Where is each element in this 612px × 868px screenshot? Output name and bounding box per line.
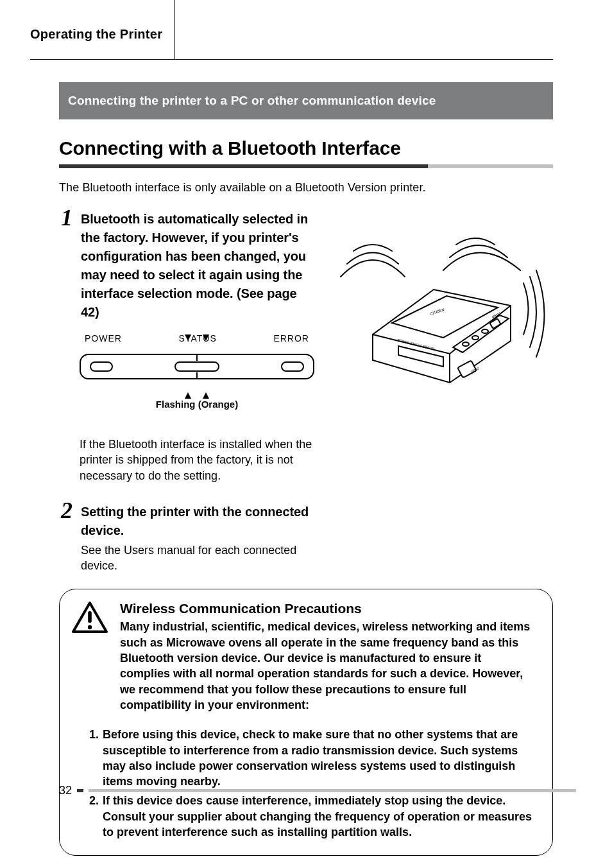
svg-point-2 <box>482 329 488 333</box>
page-title: Connecting with a Bluetooth Interface <box>59 137 553 159</box>
title-underline <box>59 164 553 168</box>
section-header: Operating the Printer <box>30 27 162 42</box>
callout-item-1-text: Before using this device, check to make … <box>103 727 534 789</box>
callout-title: Wireless Communication Precautions <box>120 601 534 616</box>
callout-item-2-text: If this device does cause interference, … <box>103 793 534 840</box>
warning-icon <box>71 601 108 634</box>
callout-item-1-num: 1. <box>89 727 99 789</box>
svg-rect-5 <box>88 611 92 623</box>
header-rule <box>30 59 553 60</box>
step-1-number: 1 <box>59 206 74 229</box>
step-1-note: If the Bluetooth interface is installed … <box>80 437 314 483</box>
svg-point-0 <box>463 342 469 346</box>
error-led <box>281 361 304 372</box>
power-led <box>90 361 113 372</box>
indicator-power-label: POWER <box>85 333 122 343</box>
flashing-caption: Flashing (Orange) <box>80 399 314 410</box>
printer-wireless-illustration: CITIZEN POWER STATUS ERROR MENU FEED <box>334 213 552 405</box>
intro-text: The Bluetooth interface is only availabl… <box>59 181 553 195</box>
callout-item-1: 1. Before using this device, check to ma… <box>89 727 534 789</box>
step-2-note: See the Users manual for each connected … <box>81 542 314 574</box>
status-led <box>174 361 219 372</box>
subsection-bar: Connecting the printer to a PC or other … <box>59 82 553 119</box>
svg-point-1 <box>472 336 479 340</box>
callout-item-2: 2. If this device does cause interferenc… <box>89 793 534 840</box>
page-number: 32 <box>59 784 72 797</box>
callout-item-2-num: 2. <box>89 793 99 840</box>
callout-body: Many industrial, scientific, medical dev… <box>120 619 534 713</box>
svg-point-6 <box>88 625 92 629</box>
page-footer: 32 <box>59 784 576 797</box>
step-1-heading: Bluetooth is automatically selected in t… <box>81 210 314 322</box>
warning-callout: Wireless Communication Precautions Many … <box>59 589 553 856</box>
indicator-error-label: ERROR <box>273 333 309 343</box>
header-vertical-rule <box>174 0 175 59</box>
status-indicator-figure: POWER STATUS ERROR Flashing (Orange) <box>80 333 314 410</box>
step-2-heading: Setting the printer with the connected d… <box>81 503 314 540</box>
step-2-number: 2 <box>59 499 74 522</box>
